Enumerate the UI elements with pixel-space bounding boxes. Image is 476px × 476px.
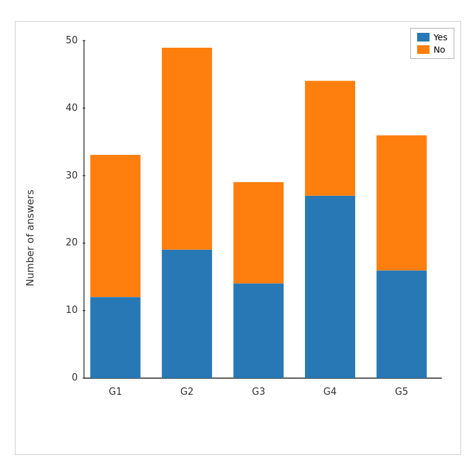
bar-g3-no <box>234 182 284 283</box>
bar-g4-yes <box>305 196 355 378</box>
label-g3: G3 <box>252 386 265 397</box>
bar-g5-yes <box>377 270 427 378</box>
svg-text:30: 30 <box>66 169 77 180</box>
svg-text:40: 40 <box>66 102 77 113</box>
bar-g2-yes <box>162 250 212 378</box>
label-g4: G4 <box>324 386 337 397</box>
label-g2: G2 <box>180 386 193 397</box>
bar-g1-yes <box>90 297 141 378</box>
svg-text:10: 10 <box>66 304 77 315</box>
chart-area: 0 10 20 30 40 50 <box>59 34 448 417</box>
bar-g4-no <box>305 81 355 195</box>
bar-g1-no <box>90 155 141 297</box>
chart-svg: 0 10 20 30 40 50 <box>59 34 448 417</box>
label-g5: G5 <box>395 386 408 397</box>
label-g1: G1 <box>108 386 121 397</box>
bar-g5-no <box>377 135 427 270</box>
bar-g2-no <box>162 48 212 250</box>
y-axis-label: Number of answers <box>24 190 36 286</box>
svg-text:50: 50 <box>66 34 77 45</box>
svg-text:0: 0 <box>72 372 78 383</box>
svg-text:20: 20 <box>66 237 77 248</box>
chart-container: Number of answers Yes No 0 10 20 <box>15 21 461 455</box>
bar-g3-yes <box>234 283 284 378</box>
